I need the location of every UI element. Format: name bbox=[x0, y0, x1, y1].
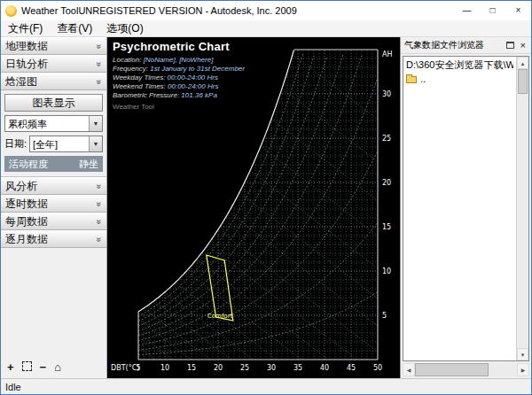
svg-text:25: 25 bbox=[240, 364, 249, 372]
sidebar-item-psychrometric[interactable]: 焓湿图 » bbox=[1, 73, 106, 90]
weather-file-browser-panel: 气象数据文件浏览器 × D:\360安全浏览器下载\Weathe .. ▲ bbox=[400, 37, 531, 378]
info-label: Weekday Times: bbox=[113, 74, 165, 81]
info-label: Location: bbox=[113, 56, 141, 64]
svg-text:5: 5 bbox=[136, 364, 140, 372]
close-button[interactable]: × bbox=[505, 1, 531, 20]
menu-item-view[interactable]: 查看(V) bbox=[50, 20, 99, 37]
sidebar-item-monthly-data[interactable]: 逐月数据 » bbox=[1, 230, 106, 248]
chevron-down-icon: ▼ bbox=[89, 116, 102, 131]
chart-info-line: Frequency: 1st January to 31st December bbox=[113, 65, 245, 74]
double-chevron-icon: » bbox=[95, 201, 105, 206]
main-area: 地理数据 » 日轨分析 » 焓湿图 » 图表显示 累积频率 ▼ 日期: bbox=[1, 37, 531, 378]
horizontal-scroll-thumb[interactable] bbox=[415, 363, 489, 376]
info-value: 1st January to 31st December bbox=[148, 65, 245, 73]
scroll-left-arrow-icon[interactable]: ◀ bbox=[403, 363, 415, 376]
sidebar-item-label: 地理数据 bbox=[5, 39, 48, 54]
app-window: Weather ToolUNREGISTERED VERSION - Autod… bbox=[0, 0, 532, 395]
horizontal-scrollbar[interactable]: ◀ ▶ bbox=[403, 363, 529, 376]
activity-label: 活动程度 bbox=[9, 158, 48, 171]
minimize-button[interactable]: — bbox=[454, 1, 480, 20]
svg-text:50: 50 bbox=[373, 364, 382, 372]
sidebar-item-label: 焓湿图 bbox=[5, 74, 37, 89]
svg-text:25: 25 bbox=[382, 135, 391, 143]
browser-panel-title: 气象数据文件浏览器 bbox=[404, 39, 484, 51]
window-title: Weather ToolUNREGISTERED VERSION - Autod… bbox=[21, 5, 297, 16]
sidebar-item-wind-analysis[interactable]: 风分析 » bbox=[1, 177, 106, 195]
info-value: 00:00-24:00 Hrs bbox=[165, 74, 218, 81]
browser-close-button[interactable]: × bbox=[519, 40, 528, 50]
sidebar-item-hourly-data[interactable]: 逐时数据 » bbox=[1, 195, 106, 213]
sidebar: 地理数据 » 日轨分析 » 焓湿图 » 图表显示 累积频率 ▼ 日期: bbox=[1, 37, 107, 378]
horizontal-scroll-track[interactable] bbox=[415, 363, 517, 376]
info-value: 00:00-24:00 Hrs bbox=[166, 82, 219, 90]
double-chevron-icon: » bbox=[95, 183, 105, 189]
double-chevron-icon: » bbox=[95, 236, 105, 242]
sidebar-item-geographic-data[interactable]: 地理数据 » bbox=[1, 37, 106, 55]
svg-text:35: 35 bbox=[293, 364, 302, 372]
sidebar-item-label: 逐月数据 bbox=[5, 232, 48, 247]
vertical-scrollbar[interactable]: ▲ ▼ bbox=[516, 57, 528, 360]
parent-directory-item[interactable]: .. bbox=[406, 74, 513, 84]
menu-item-file[interactable]: 文件(F) bbox=[1, 20, 50, 37]
psychrometric-controls: 图表显示 累积频率 ▼ 日期: [全年] ▼ 活动程度 静坐 bbox=[1, 90, 106, 177]
svg-text:10: 10 bbox=[160, 364, 169, 372]
home-button[interactable]: ⌂ bbox=[54, 361, 61, 374]
chart-info-line: Weekend Times: 00:00-24:00 Hrs bbox=[113, 82, 245, 91]
chart-info-line: Barometric Pressure: 101.36 kPa bbox=[113, 91, 245, 100]
sidebar-item-weekly-data[interactable]: 每周数据 » bbox=[1, 213, 106, 230]
float-window-icon[interactable] bbox=[506, 42, 514, 49]
chart-info-line: Location: [NoName], [NoWhere] bbox=[113, 56, 245, 65]
x-axis-labels: DBT(°C)5101520253035404550 bbox=[111, 364, 382, 372]
date-value: [全年] bbox=[30, 136, 89, 151]
sidebar-item-sunpath-analysis[interactable]: 日轨分析 » bbox=[1, 55, 106, 73]
y-axis-labels: AH51015202530 bbox=[382, 50, 393, 320]
current-path: D:\360安全浏览器下载\Weathe bbox=[406, 58, 513, 72]
svg-text:20: 20 bbox=[214, 364, 223, 372]
info-label: Frequency: bbox=[113, 65, 148, 73]
vertical-scroll-track[interactable] bbox=[517, 69, 528, 348]
chart-header: Psychrometric Chart Location: [NoName], … bbox=[113, 40, 245, 111]
browser-panel-header: 气象数据文件浏览器 × bbox=[401, 37, 531, 54]
chart-panel: Psychrometric Chart Location: [NoName], … bbox=[107, 37, 400, 378]
svg-text:30: 30 bbox=[267, 364, 276, 372]
scroll-down-arrow-icon[interactable]: ▼ bbox=[517, 348, 528, 360]
display-mode-select[interactable]: 累积频率 ▼ bbox=[4, 115, 103, 132]
svg-text:30: 30 bbox=[382, 90, 391, 98]
file-list[interactable]: D:\360安全浏览器下载\Weathe .. bbox=[403, 57, 516, 360]
activity-value: 静坐 bbox=[79, 158, 98, 171]
zoom-toolbar: + − ⌂ bbox=[1, 359, 106, 378]
activity-level-row[interactable]: 活动程度 静坐 bbox=[4, 156, 103, 172]
chart-title: Psychrometric Chart bbox=[113, 40, 245, 53]
date-label: 日期: bbox=[4, 137, 27, 151]
menu-bar: 文件(F) 查看(V) 选项(O) bbox=[1, 20, 531, 37]
sidebar-item-label: 逐时数据 bbox=[5, 197, 48, 212]
svg-text:10: 10 bbox=[382, 267, 391, 275]
double-chevron-icon: » bbox=[95, 43, 105, 49]
sidebar-item-label: 日轨分析 bbox=[5, 57, 48, 72]
svg-text:40: 40 bbox=[320, 364, 329, 372]
menu-item-options[interactable]: 选项(O) bbox=[99, 20, 150, 37]
svg-text:Comfort: Comfort bbox=[207, 313, 233, 320]
zoom-out-button[interactable]: − bbox=[40, 361, 47, 374]
fit-extents-button[interactable] bbox=[22, 361, 32, 374]
svg-text:15: 15 bbox=[187, 364, 196, 372]
status-bar: Idle bbox=[1, 378, 531, 394]
browser-body: D:\360安全浏览器下载\Weathe .. ▲ ▼ bbox=[403, 56, 529, 361]
chart-info-line: Weekday Times: 00:00-24:00 Hrs bbox=[113, 74, 245, 82]
date-select[interactable]: [全年] ▼ bbox=[29, 136, 103, 152]
folder-icon bbox=[406, 76, 417, 83]
scroll-right-arrow-icon[interactable]: ▶ bbox=[517, 363, 529, 376]
info-value: [NoName], [NoWhere] bbox=[141, 56, 213, 64]
scroll-up-arrow-icon[interactable]: ▲ bbox=[517, 57, 528, 69]
double-chevron-icon: » bbox=[95, 61, 105, 66]
maximize-button[interactable]: □ bbox=[480, 1, 505, 20]
chart-display-button[interactable]: 图表显示 bbox=[4, 94, 103, 112]
status-text: Idle bbox=[5, 382, 21, 392]
fit-extents-icon bbox=[22, 361, 32, 371]
sidebar-item-label: 风分析 bbox=[5, 179, 37, 194]
double-chevron-icon: » bbox=[95, 79, 105, 84]
display-mode-value: 累积频率 bbox=[5, 116, 89, 131]
sidebar-item-label: 每周数据 bbox=[5, 214, 48, 229]
vertical-scroll-thumb[interactable] bbox=[518, 69, 528, 94]
zoom-in-button[interactable]: + bbox=[7, 361, 14, 374]
